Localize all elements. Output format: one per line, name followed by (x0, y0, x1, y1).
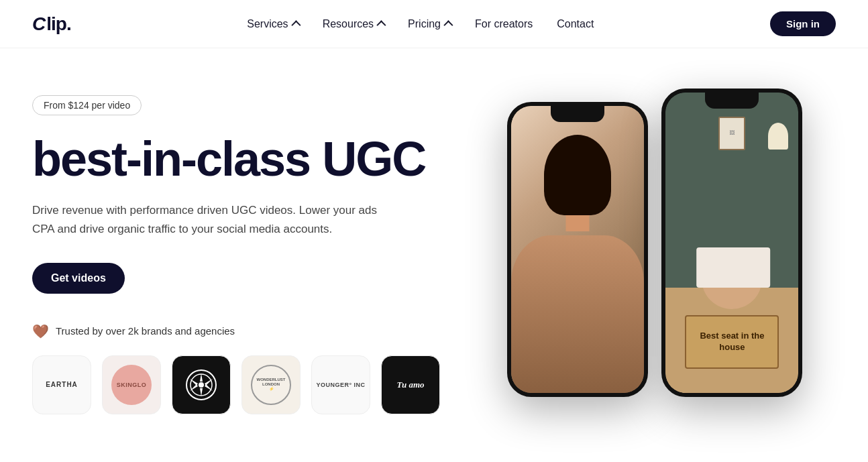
nav-resources[interactable]: Resources (323, 18, 384, 30)
nav-for-creators[interactable]: For creators (475, 18, 533, 30)
brand-skinglo: SKINGLO (102, 355, 161, 414)
brand-wonderlust: WONDERLUSTLONDON⚡ (241, 355, 301, 414)
logo[interactable]: Clip. (32, 13, 71, 35)
heart-icon: 🤎 (32, 323, 49, 339)
nav-contact[interactable]: Contact (557, 18, 594, 30)
logo-text: C (32, 13, 45, 35)
yamaha-icon (184, 368, 218, 402)
phone-screen-2: 🖼 Best seat in the house (665, 93, 798, 393)
hero-description: Drive revenue with performance driven UG… (32, 201, 394, 239)
chevron-icon (376, 20, 386, 30)
hero-phones: 🖼 Best seat in the house (474, 89, 836, 397)
price-badge: From $124 per video (32, 95, 142, 115)
box-prop: Best seat in the house (685, 315, 779, 369)
signin-button[interactable]: Sign in (770, 11, 836, 36)
main-content: From $124 per video best-in-class UGC Dr… (0, 48, 868, 462)
chevron-icon (291, 20, 301, 30)
hero-left: From $124 per video best-in-class UGC Dr… (32, 89, 474, 414)
chevron-icon (443, 20, 453, 30)
phone-1 (507, 102, 648, 397)
navigation: Clip. Services Resources Pricing For cre… (0, 0, 868, 48)
brand-yamaha (172, 355, 231, 414)
brands-row: EARTHA SKINGLO (32, 355, 474, 414)
brand-younger: YOUNGER° INC (311, 355, 370, 414)
svg-point-8 (199, 382, 204, 388)
phone-notch-1 (551, 106, 604, 122)
brand-eartha: EARTHA (32, 355, 91, 414)
trusted-text: Trusted by over 2k brands and agencies (56, 325, 235, 337)
phone-2: 🖼 Best seat in the house (661, 89, 802, 397)
nav-pricing[interactable]: Pricing (408, 18, 451, 30)
nav-services[interactable]: Services (247, 18, 298, 30)
get-videos-button[interactable]: Get videos (32, 263, 125, 294)
hero-title: best-in-class UGC (32, 134, 474, 185)
phone-notch-2 (705, 93, 759, 109)
brand-tuamo: Tu amo (381, 355, 440, 414)
trusted-row: 🤎 Trusted by over 2k brands and agencies (32, 323, 474, 339)
phone-screen-1 (511, 106, 644, 393)
nav-links: Services Resources Pricing For creators … (247, 18, 594, 30)
